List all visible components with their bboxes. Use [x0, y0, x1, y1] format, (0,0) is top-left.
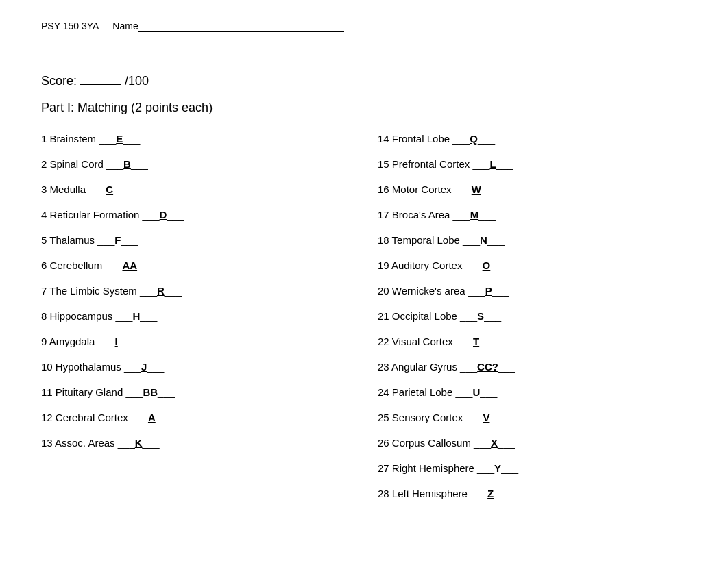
trailing-blank: ___ [478, 209, 496, 221]
name-input-line [138, 21, 344, 32]
trailing-blank: ___ [113, 184, 130, 195]
score-label: Score: [41, 74, 77, 88]
list-item: 27 Right Hemisphere ___Y___ [378, 461, 687, 475]
answer-text: X [491, 437, 498, 449]
list-item: 5 Thalamus ___F___ [41, 233, 350, 247]
answer-text: K [135, 437, 143, 449]
blank-dashes: ___ [465, 260, 483, 271]
trailing-blank: ___ [167, 209, 184, 221]
blank-dashes: ___ [105, 260, 122, 271]
answer-text: L [489, 158, 496, 170]
trailing-blank: ___ [498, 361, 515, 373]
score-blank [80, 73, 121, 85]
answer-text: Q [470, 133, 478, 145]
answer-text: M [470, 209, 479, 221]
list-item: 22 Visual Cortex ___T___ [378, 334, 687, 349]
trailing-blank: ___ [118, 336, 135, 347]
blank-dashes: ___ [106, 158, 123, 170]
trailing-blank: ___ [492, 285, 509, 297]
trailing-blank: ___ [490, 260, 507, 271]
list-item: 18 Temporal Lobe ___N___ [378, 233, 687, 247]
trailing-blank: ___ [496, 158, 513, 170]
trailing-blank: ___ [165, 285, 182, 297]
blank-dashes: ___ [460, 310, 477, 322]
answer-text: D [160, 209, 167, 221]
list-item: 25 Sensory Cortex ___V___ [378, 410, 687, 425]
trailing-blank: ___ [489, 412, 507, 423]
right-column: 14 Frontal Lobe ___Q___15 Prefrontal Cor… [364, 132, 687, 512]
trailing-blank: ___ [137, 260, 154, 271]
trailing-blank: ___ [484, 310, 501, 322]
answer-text: E [116, 133, 123, 145]
answer-text: O [483, 260, 491, 271]
list-item: 24 Parietal Lobe ___U___ [378, 385, 687, 399]
course-label: PSY 150 3YA [41, 21, 99, 32]
answer-text: V [483, 412, 489, 423]
answer-text: CC? [477, 361, 498, 373]
answer-text: AA [122, 260, 137, 271]
list-item: 10 Hypothalamus ___J___ [41, 360, 350, 374]
list-item: 23 Angular Gyrus ___CC?___ [378, 360, 687, 374]
trailing-blank: ___ [478, 133, 495, 145]
blank-dashes: ___ [470, 488, 487, 499]
answer-text: H [132, 310, 140, 322]
answer-text: C [106, 184, 113, 195]
list-item: 4 Reticular Formation ___D___ [41, 208, 350, 222]
blank-dashes: ___ [474, 437, 491, 449]
trailing-blank: ___ [140, 310, 157, 322]
blank-dashes: ___ [97, 234, 114, 246]
trailing-blank: ___ [487, 234, 505, 246]
blank-dashes: ___ [98, 336, 115, 347]
list-item: 12 Cerebral Cortex ___A___ [41, 410, 350, 425]
list-item: 15 Prefrontal Cortex ___L___ [378, 157, 687, 171]
list-item: 28 Left Hemisphere ___Z___ [378, 486, 687, 501]
blank-dashes: ___ [124, 361, 141, 373]
score-line: Score: /100 [41, 73, 687, 88]
blank-dashes: ___ [118, 437, 135, 449]
trailing-blank: ___ [121, 234, 138, 246]
answer-text: N [480, 234, 487, 246]
answer-text: U [472, 386, 480, 398]
list-item: 21 Occipital Lobe ___S___ [378, 309, 687, 323]
blank-dashes: ___ [452, 133, 470, 145]
trailing-blank: ___ [498, 437, 515, 449]
trailing-blank: ___ [501, 462, 518, 474]
answer-text: T [473, 336, 479, 347]
page: PSY 150 3YA Name Score: /100 Part I: Mat… [0, 0, 728, 563]
trailing-blank: ___ [131, 158, 148, 170]
trailing-blank: ___ [494, 488, 511, 499]
list-item: 19 Auditory Cortex ___O___ [378, 258, 687, 273]
blank-dashes: ___ [454, 184, 472, 195]
list-item: 1 Brainstem ___E___ [41, 132, 350, 146]
name-label: Name [112, 21, 343, 32]
blank-dashes: ___ [468, 285, 485, 297]
list-item: 14 Frontal Lobe ___Q___ [378, 132, 687, 146]
answer-text: Z [487, 488, 494, 499]
part-title: Part I: Matching (2 points each) [41, 101, 687, 115]
trailing-blank: ___ [479, 336, 496, 347]
header: PSY 150 3YA Name [41, 21, 687, 32]
blank-dashes: ___ [465, 412, 483, 423]
blank-dashes: ___ [88, 184, 106, 195]
trailing-blank: ___ [147, 361, 164, 373]
blank-dashes: ___ [115, 310, 132, 322]
list-item: 20 Wernicke's area ___P___ [378, 284, 687, 298]
trailing-blank: ___ [481, 184, 498, 195]
blank-dashes: ___ [463, 234, 480, 246]
list-item: 6 Cerebellum ___AA___ [41, 258, 350, 273]
answer-text: S [477, 310, 484, 322]
blank-dashes: ___ [125, 386, 143, 398]
blank-dashes: ___ [477, 462, 494, 474]
answer-text: A [148, 412, 156, 423]
list-item: 8 Hippocampus ___H___ [41, 309, 350, 323]
answer-text: B [123, 158, 131, 170]
list-item: 2 Spinal Cord ___B___ [41, 157, 350, 171]
list-item: 3 Medulla ___C___ [41, 182, 350, 197]
answer-text: P [485, 285, 492, 297]
left-column: 1 Brainstem ___E___2 Spinal Cord ___B___… [41, 132, 364, 512]
blank-dashes: ___ [140, 285, 157, 297]
trailing-blank: ___ [143, 437, 160, 449]
answer-text: W [472, 184, 481, 195]
answer-text: R [157, 285, 165, 297]
columns: 1 Brainstem ___E___2 Spinal Cord ___B___… [41, 132, 687, 512]
